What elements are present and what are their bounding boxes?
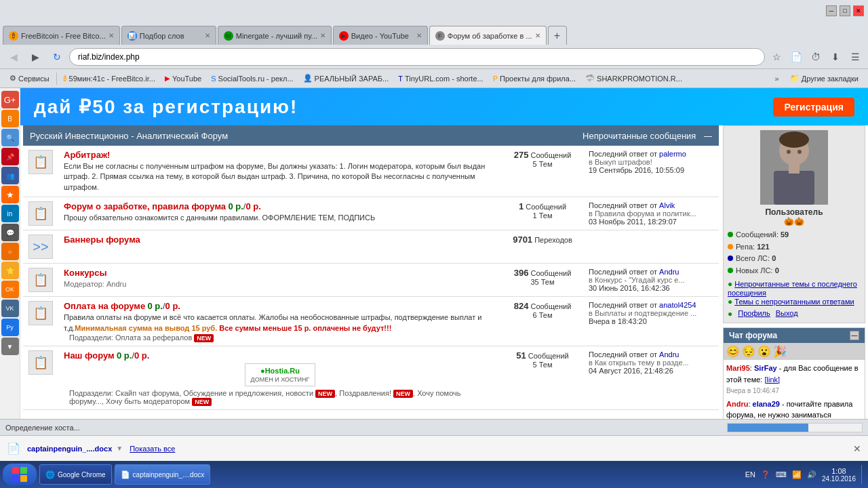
social-btn-blogger[interactable]: B xyxy=(1,110,19,127)
bookmark-other-folders[interactable]: 📁 Другие закладки xyxy=(786,73,863,84)
minimize-button[interactable]: ─ xyxy=(826,5,837,16)
tab-minergate[interactable]: M Minergate - лучший пу... ✕ xyxy=(218,26,332,45)
moderator-link-contests[interactable]: Andru xyxy=(106,280,126,288)
history-button[interactable]: ⏱ xyxy=(807,48,825,66)
bookmark-proekty[interactable]: P Проекты для фрила... xyxy=(489,73,580,84)
download-bar-close-button[interactable]: ✕ xyxy=(853,443,861,454)
social-btn-circle[interactable]: ○ xyxy=(1,243,19,260)
unread-answers-link[interactable]: Темы с непрочитанными ответами xyxy=(734,298,854,306)
download-button[interactable]: ⬇ xyxy=(827,48,844,66)
address-input[interactable] xyxy=(78,52,756,62)
stat-count-rules: 1 xyxy=(519,201,524,211)
social-sidebar: G+ B 🔍 📌 👥 ★ in 💬 ○ ⭐ OK VK Py ▼ xyxy=(0,88,20,419)
forum-link-contests[interactable]: Конкурсы xyxy=(64,268,107,278)
tab-podborlov[interactable]: 📊 Подбор слов ✕ xyxy=(121,26,216,45)
svg-rect-4 xyxy=(789,164,800,174)
our-subforum-mod[interactable]: Хочу быть модератором xyxy=(106,397,190,405)
collapse-forum-icon[interactable]: — xyxy=(704,131,712,141)
hostia-logo: ●Hostia.Ru ДОМЕН И ХОСТИНГ xyxy=(245,363,316,386)
download-filename[interactable]: captainpenguin_....docx xyxy=(27,445,112,453)
chat-minimize-button[interactable]: — xyxy=(850,331,859,340)
social-btn-chat[interactable]: 💬 xyxy=(1,224,19,241)
social-btn-yellow-star[interactable]: ⭐ xyxy=(1,262,19,279)
profile-link[interactable]: Профиль xyxy=(738,309,770,319)
maximize-button[interactable]: □ xyxy=(840,5,850,16)
bookmark-servisy[interactable]: ⚙ Сервисы xyxy=(5,73,54,84)
bookmark-socialtools[interactable]: S SocialTools.ru - рекл... xyxy=(207,73,297,84)
forum-left: Русский Инвестиционно - Аналитический Фо… xyxy=(23,125,719,419)
social-btn-pinterest[interactable]: 📌 xyxy=(1,148,19,165)
bookmark-freebitcoin[interactable]: ₿ 59мин:41с - FreeBitco.ir... xyxy=(60,73,159,84)
bookmark-tinyurl[interactable]: T TinyURL.com - shorte... xyxy=(394,73,487,84)
forum-link-arbitrage[interactable]: Арбитраж! xyxy=(64,150,110,160)
top-banner[interactable]: дай ₽50 за регистрацию! Регистрация xyxy=(20,88,868,125)
bookmarks-more-button[interactable]: » xyxy=(772,73,782,84)
logout-link[interactable]: Выход xyxy=(776,309,798,319)
forum-link-our[interactable]: Наш форум xyxy=(64,350,115,361)
last-user-payment[interactable]: anatol4254 xyxy=(659,301,696,309)
tab-freebitcoin[interactable]: ₿ FreeBitcoin - Free Bitco... ✕ xyxy=(3,26,120,45)
forum-icon-banners: >> xyxy=(23,230,58,264)
chat-smiley3[interactable]: 😮 xyxy=(757,345,771,358)
taskbar-keyboard-icon: ⌨ xyxy=(776,470,787,479)
nav-extras: ☆ 📄 ⏱ ⬇ ☰ xyxy=(768,48,864,66)
menu-button[interactable]: ☰ xyxy=(846,48,864,66)
taskbar-show-desktop-icon[interactable] xyxy=(861,465,865,484)
reload-button[interactable]: ↻ xyxy=(47,47,66,66)
our-subforum-congrats[interactable]: Поздравления! xyxy=(339,389,391,397)
status-bar: Определение хоста... xyxy=(0,419,868,435)
bookmark-shark[interactable]: 🦈 SHARKPROMOTION.R... xyxy=(581,73,686,84)
last-user-arbitrage[interactable]: palermo xyxy=(659,150,686,158)
social-btn-linkedin[interactable]: in xyxy=(1,205,19,222)
social-btn-py[interactable]: Py xyxy=(1,319,19,336)
social-btn-search[interactable]: 🔍 xyxy=(1,129,19,146)
social-btn-star[interactable]: ★ xyxy=(1,186,19,203)
taskbar-item-chrome[interactable]: 🌐 Google Chrome xyxy=(39,464,112,485)
social-btn-ok[interactable]: OK xyxy=(1,281,19,298)
chat-smiley2[interactable]: 😔 xyxy=(742,345,755,358)
back-button[interactable]: ◀ xyxy=(4,47,23,66)
bookmark-star-button[interactable]: ☆ xyxy=(768,48,785,66)
chat-smiley1[interactable]: 😊 xyxy=(726,345,740,358)
social-btn-more[interactable]: ▼ xyxy=(1,338,19,355)
forward-button[interactable]: ▶ xyxy=(26,47,45,66)
bookmark-realzarab[interactable]: 👤 РЕАЛЬНЫЙ ЗАРАБ... xyxy=(299,73,393,84)
social-btn-vk[interactable]: VK xyxy=(1,300,19,317)
mod-new-badge: NEW xyxy=(192,398,212,406)
tab-close-podborlov[interactable]: ✕ xyxy=(205,32,210,39)
start-button[interactable] xyxy=(3,464,37,485)
forum-link-banners[interactable]: Баннеры форума xyxy=(64,235,140,245)
nav-bar: ◀ ▶ ↻ ☆ 📄 ⏱ ⬇ ☰ xyxy=(0,45,868,69)
chat-link-1[interactable]: [link] xyxy=(764,375,780,384)
social-btn-google-plus[interactable]: G+ xyxy=(1,91,19,108)
other-folders-label: Другие закладки xyxy=(802,75,859,83)
last-user-our[interactable]: Andru xyxy=(659,350,679,359)
tab-forum[interactable]: F Форум об заработке в ... ✕ xyxy=(429,26,547,45)
tab-youtube[interactable]: ▶ Видео - YouTube ✕ xyxy=(333,26,428,45)
our-subforum-discuss[interactable]: Обсуждение и предложения, новости xyxy=(183,389,313,397)
payment-subforum-link[interactable]: Оплата за рефералов xyxy=(115,333,192,342)
tab-close-freebitcoin[interactable]: ✕ xyxy=(108,32,114,39)
banner-button[interactable]: Регистрация xyxy=(773,98,854,117)
social-btn-facebook[interactable]: 👥 xyxy=(1,167,19,184)
tab-close-youtube[interactable]: ✕ xyxy=(416,32,422,39)
bookmark-youtube[interactable]: ▶ YouTube xyxy=(161,73,205,84)
forum-info-banners: Баннеры форума xyxy=(58,230,502,264)
tab-close-minergate[interactable]: ✕ xyxy=(320,32,326,39)
forum-link-rules[interactable]: Форум о заработке, правила форума xyxy=(64,201,226,211)
close-button[interactable]: ✕ xyxy=(853,5,864,16)
last-topic-rules: в Правила форума и политик... xyxy=(589,209,713,218)
new-tab-button[interactable]: + xyxy=(548,26,567,45)
taskbar-item-docs[interactable]: 📄 captainpenguin_....docx xyxy=(115,464,211,485)
last-user-contests[interactable]: Andru xyxy=(659,268,679,276)
reader-mode-button[interactable]: 📄 xyxy=(787,48,805,66)
address-bar[interactable] xyxy=(69,48,765,66)
show-all-downloads-button[interactable]: Показать все xyxy=(130,445,175,453)
last-user-rules[interactable]: Alvik xyxy=(659,201,675,209)
our-subforum-skype[interactable]: Скайп чат форума xyxy=(115,389,179,397)
tab-close-forum[interactable]: ✕ xyxy=(535,32,540,39)
chat-smiley4[interactable]: 🎉 xyxy=(773,345,787,358)
unread-topics-link[interactable]: Непрочитанные темы с последнего посещени… xyxy=(728,280,857,297)
ls-total-dot xyxy=(728,256,733,261)
forum-link-payment[interactable]: Оплата на форуме xyxy=(64,301,145,311)
